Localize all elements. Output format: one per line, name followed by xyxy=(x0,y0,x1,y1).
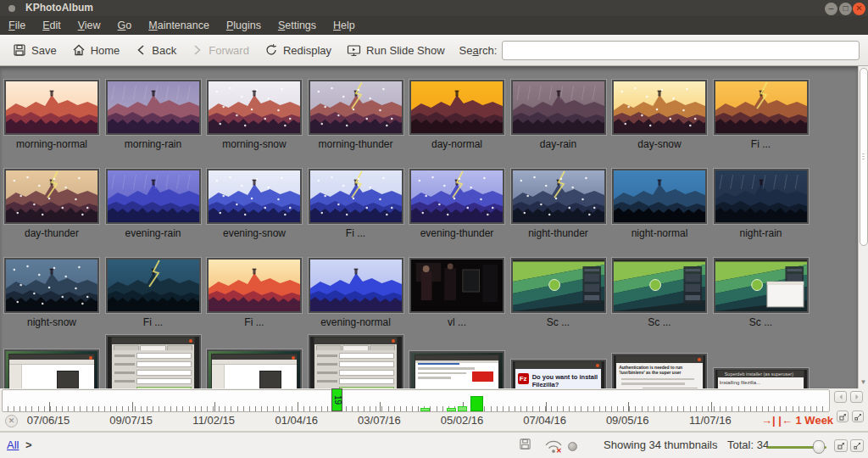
close-button[interactable]: ✕ xyxy=(853,3,865,15)
datebar-zoom-in-button[interactable] xyxy=(837,411,849,422)
thumbnail-image[interactable] xyxy=(511,169,606,224)
thumbnail-image[interactable] xyxy=(612,258,707,313)
thumbnail-cell[interactable]: Sc ... xyxy=(713,258,810,328)
vertical-scrollbar[interactable]: ▼ xyxy=(858,66,868,388)
thumbnail-cell[interactable]: Authentication is needed to run '/usr/bi… xyxy=(611,354,708,388)
home-button[interactable]: Home xyxy=(64,37,128,63)
thumbnail-image[interactable]: FzDo you want to install Filezilla? xyxy=(511,360,606,388)
thumbnail-cell[interactable]: Fi ... xyxy=(713,80,810,150)
shrink-thumbnails-button[interactable] xyxy=(834,439,848,452)
thumbnail-cell[interactable]: vl ... xyxy=(409,258,505,328)
thumbnail-image[interactable] xyxy=(309,80,403,135)
thumbnail-size-slider-knob[interactable] xyxy=(813,440,825,454)
thumbnail-image[interactable] xyxy=(714,169,809,224)
date-histogram[interactable] xyxy=(2,389,830,412)
thumbnail-image[interactable] xyxy=(409,80,504,135)
thumbnail-cell[interactable] xyxy=(206,349,303,388)
thumbnail-cell[interactable]: day-normal xyxy=(409,80,505,150)
thumbnail-image[interactable] xyxy=(4,349,99,388)
datebar-scroll-right-button[interactable] xyxy=(850,391,863,403)
thumbnail-cell[interactable] xyxy=(308,335,404,388)
back-button[interactable]: Back xyxy=(127,37,184,63)
thumbnail-image[interactable] xyxy=(207,80,302,135)
thumbnail-image[interactable] xyxy=(309,258,403,313)
thumbnail-image[interactable] xyxy=(511,80,606,135)
thumbnail-image[interactable] xyxy=(612,80,707,135)
date-histogram-bar[interactable] xyxy=(458,406,467,411)
category-path-link[interactable]: All xyxy=(7,438,19,451)
menu-item[interactable]: Settings xyxy=(270,16,325,35)
thumbnail-cell[interactable]: Sc ... xyxy=(510,258,607,328)
menu-item[interactable]: Edit xyxy=(34,16,70,35)
thumbnail-image[interactable] xyxy=(106,80,201,135)
thumbnail-cell[interactable]: day-snow xyxy=(611,80,708,150)
datebar-scroll-left-button[interactable] xyxy=(834,391,847,403)
thumbnail-image[interactable] xyxy=(4,258,99,313)
thumbnail-image[interactable] xyxy=(409,169,504,224)
thumbnail-image[interactable]: Authentication is needed to run '/usr/bi… xyxy=(612,354,707,388)
date-histogram-bar[interactable] xyxy=(447,408,456,411)
redisplay-button[interactable]: Redisplay xyxy=(257,37,339,63)
date-histogram-bar[interactable] xyxy=(470,396,483,411)
thumbnail-image[interactable] xyxy=(106,335,201,388)
expand-thumbnails-button[interactable] xyxy=(850,439,864,452)
maximize-button[interactable]: □ xyxy=(839,3,852,15)
thumbnail-cell[interactable]: FzDo you want to install Filezilla? xyxy=(510,360,607,388)
thumbnail-image[interactable] xyxy=(714,80,809,135)
thumbnail-cell[interactable]: day-thunder xyxy=(3,169,100,239)
thumbnail-image[interactable] xyxy=(207,169,302,224)
menu-item[interactable]: Help xyxy=(325,16,364,35)
menu-item[interactable]: Plugins xyxy=(218,16,270,35)
thumbnail-cell[interactable] xyxy=(409,351,505,388)
thumbnail-cell[interactable]: Fi ... xyxy=(308,169,404,239)
date-histogram-bar[interactable] xyxy=(420,408,430,411)
thumbnail-cell[interactable] xyxy=(3,349,100,388)
datebar-zoom-out-button[interactable] xyxy=(852,411,864,422)
thumbnail-cell[interactable]: morning-normal xyxy=(3,80,100,150)
minimize-button[interactable]: – xyxy=(825,3,837,15)
thumbnail-image[interactable] xyxy=(409,258,504,313)
search-input[interactable] xyxy=(502,41,860,60)
thumbnail-cell[interactable]: night-snow xyxy=(3,258,100,328)
thumbnail-image[interactable] xyxy=(4,80,99,135)
thumbnail-image[interactable] xyxy=(309,169,403,224)
date-bar[interactable]: 07/06/1509/07/1511/02/1501/04/1603/07/16… xyxy=(0,388,868,432)
thumbnail-cell[interactable]: Fi ... xyxy=(206,258,303,328)
save-button[interactable]: Save xyxy=(5,37,64,63)
thumbnail-cell[interactable]: evening-normal xyxy=(308,258,404,328)
thumbnail-image[interactable] xyxy=(511,258,606,313)
thumbnail-image[interactable] xyxy=(207,258,302,313)
thumbnail-cell[interactable]: night-rain xyxy=(713,169,810,239)
thumbnail-cell[interactable] xyxy=(105,335,202,388)
forward-button[interactable]: Forward xyxy=(184,37,257,63)
thumbnail-image[interactable] xyxy=(106,169,201,224)
thumbnail-image[interactable] xyxy=(4,169,99,224)
menu-item[interactable]: File xyxy=(0,16,34,35)
thumbnail-cell[interactable]: day-rain xyxy=(510,80,607,150)
thumbnail-cell[interactable]: morning-snow xyxy=(206,80,303,150)
thumbnail-image[interactable]: Superdeb installer (as superuser)Install… xyxy=(714,368,809,388)
thumbnail-cell[interactable]: Sc ... xyxy=(611,258,708,328)
thumbnail-cell[interactable]: night-thunder xyxy=(510,169,607,239)
thumbnail-image[interactable] xyxy=(106,258,201,313)
menu-item[interactable]: Maintenance xyxy=(140,16,218,35)
clear-date-selection-button[interactable]: ✕ xyxy=(5,415,18,427)
thumbnail-cell[interactable]: evening-snow xyxy=(206,169,303,239)
thumbnail-cell[interactable]: morning-thunder xyxy=(308,80,404,150)
thumbnail-image[interactable] xyxy=(612,169,707,224)
date-selection-marker[interactable]: 19 xyxy=(331,388,342,411)
thumbnail-image[interactable] xyxy=(714,258,809,313)
thumbnail-cell[interactable]: evening-thunder xyxy=(409,169,505,239)
thumbnail-cell[interactable]: Fi ... xyxy=(105,258,202,328)
scrollbar-down-arrow[interactable]: ▼ xyxy=(859,377,868,388)
thumbnail-image[interactable] xyxy=(409,351,504,388)
menu-item[interactable]: Go xyxy=(109,16,141,35)
scrollbar-thumb[interactable] xyxy=(860,68,868,246)
thumbnail-cell[interactable]: morning-rain xyxy=(105,80,202,150)
thumbnail-cell[interactable]: Superdeb installer (as superuser)Install… xyxy=(713,368,810,388)
thumbnail-cell[interactable]: night-normal xyxy=(611,169,708,239)
menu-item[interactable]: View xyxy=(70,16,109,35)
run-slideshow-button[interactable]: Run Slide Show xyxy=(339,37,453,63)
thumbnail-image[interactable] xyxy=(207,349,302,388)
thumbnail-image[interactable] xyxy=(309,335,403,388)
